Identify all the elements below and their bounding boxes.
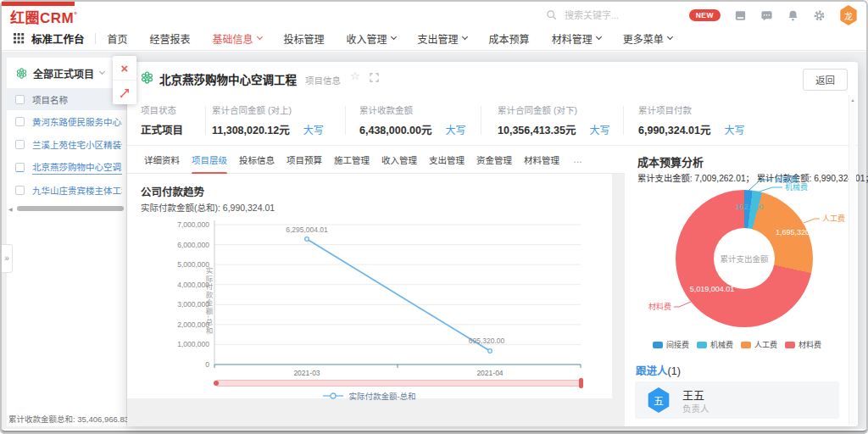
tab-income[interactable]: 收入管理 (381, 153, 417, 166)
zoom-handle-left[interactable] (214, 381, 219, 386)
project-link[interactable]: 九华山庄贵宾楼主体工程 (32, 184, 122, 197)
trend-line (307, 239, 490, 351)
y-tick: 7,000,000 (177, 220, 209, 229)
fullscreen-icon[interactable] (370, 73, 379, 82)
tab-project-hierarchy[interactable]: 项目层级 (192, 153, 227, 166)
legend-label: 间接费 (666, 339, 689, 350)
line-chart-legend[interactable]: 实际付款金额-总和 (127, 390, 612, 402)
scroll-left-icon[interactable]: ◀ (8, 206, 13, 212)
nav-item-label: 经营报表 (150, 31, 191, 46)
follower-count: (1) (668, 365, 681, 377)
nav-item-label: 投标管理 (284, 31, 325, 46)
legend-label: 人工费 (754, 339, 777, 350)
row-checkbox[interactable] (15, 140, 25, 149)
point-label: 695,320.00 (469, 337, 505, 345)
legend-label: 材料费 (798, 339, 821, 350)
legend-item[interactable]: 材料费 (785, 339, 821, 350)
legend-chip (741, 342, 751, 348)
workbench-title[interactable]: 标准工作台 (31, 31, 85, 47)
app-window: 红圈CRM° NEW 龙 标准工作台 首页 经营报表 基础信息 投标管理 收入管… (0, 0, 868, 434)
tab-construction[interactable]: 施工管理 (334, 153, 370, 166)
more-tabs-button[interactable]: … (573, 154, 582, 164)
list-item-selected[interactable]: 北京燕莎购物中心空调工程 (7, 156, 126, 179)
scroll-up-icon[interactable]: ▲ (849, 95, 856, 103)
list-item[interactable]: 兰溪上苑住宅小区精装修... (7, 133, 126, 156)
row-checkbox[interactable] (15, 117, 25, 126)
notifications-icon[interactable] (787, 9, 799, 22)
tab-funds[interactable]: 资金管理 (476, 153, 512, 166)
apps-grid-icon[interactable] (14, 33, 24, 43)
stat-label: 累计项目付款 (638, 103, 745, 116)
vertical-scrollbar[interactable]: ▲ (849, 95, 856, 425)
horizontal-scrollbar[interactable]: ◀ (7, 205, 126, 214)
select-all-checkbox[interactable] (15, 95, 25, 104)
chevron-down-icon (99, 69, 105, 75)
favorite-star-icon[interactable]: ☆ (350, 70, 360, 82)
zoom-handle-right[interactable] (579, 378, 583, 388)
data-point[interactable] (305, 237, 309, 242)
search-input[interactable] (563, 9, 690, 21)
nav-item-materials[interactable]: 材料管理 (552, 31, 601, 46)
tab-expenditure[interactable]: 支出管理 (429, 153, 465, 166)
row-checkbox[interactable] (15, 186, 25, 195)
legend-item[interactable]: 间接费 (653, 339, 689, 350)
brand-logo[interactable]: 红圈CRM° (10, 6, 77, 27)
close-icon[interactable]: × (113, 56, 136, 81)
row-checkbox[interactable] (15, 163, 25, 172)
project-link[interactable]: 黄河东路便民服务中心幕... (32, 115, 122, 128)
caps-link[interactable]: 大写 (446, 122, 466, 136)
chevron-down-icon (667, 34, 673, 40)
nav-item-more-menu[interactable]: 更多菜单 (623, 31, 672, 46)
messages-icon[interactable] (760, 9, 773, 22)
nav-item-label: 首页 (108, 31, 128, 46)
back-button[interactable]: 返回 (803, 69, 848, 91)
caps-link[interactable]: 大写 (589, 122, 609, 136)
list-item[interactable]: 九华山庄贵宾楼主体工程 (7, 179, 126, 202)
data-point[interactable] (488, 349, 492, 353)
expand-diagonal-icon[interactable] (113, 81, 136, 104)
project-list-panel: 全部正式项目 项目名称 黄河东路便民服务中心幕... 兰溪上苑住宅小区精装修..… (7, 58, 127, 426)
nav-item-home[interactable]: 首页 (108, 31, 128, 46)
detail-tabs: 详细资料 项目层级 投标信息 项目预算 施工管理 收入管理 支出管理 资金管理 … (127, 146, 625, 174)
scrollbar-thumb[interactable] (17, 206, 124, 211)
settings-icon[interactable] (813, 9, 826, 22)
legend-chip (697, 342, 707, 348)
tab-project-budget[interactable]: 项目预算 (287, 153, 322, 166)
budget-donut[interactable]: 累计支出金额 (676, 190, 813, 327)
nav-item-cost-budget[interactable]: 成本预算 (489, 31, 530, 46)
tab-materials[interactable]: 材料管理 (524, 153, 559, 166)
project-link[interactable]: 兰溪上苑住宅小区精装修... (32, 138, 122, 151)
new-badge[interactable]: NEW (689, 9, 721, 21)
stat-project-status: 项目状态 正式项目 (141, 95, 183, 137)
stat-divider (345, 106, 346, 135)
legend-item[interactable]: 人工费 (741, 339, 777, 350)
nav-item-bidding[interactable]: 投标管理 (284, 31, 325, 46)
legend-chip (653, 342, 663, 348)
follower-name: 王五 (682, 387, 704, 403)
notes-icon[interactable] (734, 9, 747, 22)
global-search[interactable] (546, 7, 707, 24)
sidebar-expand-handle[interactable]: » (2, 244, 13, 273)
project-link[interactable]: 北京燕莎购物中心空调工程 (32, 160, 122, 175)
legend-item[interactable]: 机械费 (697, 339, 733, 350)
nav-item-basic-info[interactable]: 基础信息 (213, 31, 262, 46)
nav-item-business-reports[interactable]: 经营报表 (150, 31, 191, 46)
y-tick: 0 (205, 360, 209, 369)
tab-bidding-info[interactable]: 投标信息 (239, 153, 275, 166)
list-footer-summary: 累计收款金额总和: 35,406,966.83； 累计 (8, 413, 128, 424)
nav-item-expenditure[interactable]: 支出管理 (418, 31, 467, 46)
list-item[interactable]: 黄河东路便民服务中心幕... (7, 110, 126, 133)
user-avatar[interactable]: 龙 (839, 5, 858, 25)
caps-link[interactable]: 大写 (303, 122, 324, 136)
stat-value: 10,356,413.35元 (498, 121, 576, 137)
y-tick: 1,000,000 (177, 340, 209, 348)
legend-chip (785, 342, 795, 348)
pie-legend[interactable]: 间接费 机械费 人工费 材料费 (625, 339, 849, 350)
caps-link[interactable]: 大写 (725, 122, 745, 136)
nav-item-income[interactable]: 收入管理 (347, 31, 396, 46)
project-list-header[interactable]: 全部正式项目 (7, 58, 126, 88)
follower-card[interactable]: 五 王五 负责人 (635, 381, 839, 419)
chart-zoom-slider[interactable] (214, 380, 582, 387)
stat-received-amount: 累计收款金额 6,438,000.00元大写 (359, 95, 466, 137)
tab-details[interactable]: 详细资料 (144, 153, 180, 166)
